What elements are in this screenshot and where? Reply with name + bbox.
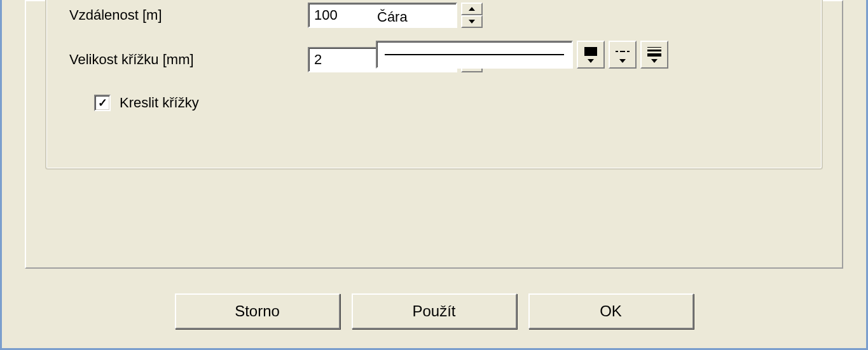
chevron-down-icon [469,20,475,24]
checkmark-icon: ✓ [98,97,107,109]
line-width-dropdown[interactable] [640,41,668,69]
cancel-button[interactable]: Storno [175,293,340,329]
line-color-dropdown[interactable] [577,41,605,69]
chevron-up-icon [469,7,475,11]
distance-label: Vzdálenost [m] [69,7,308,24]
distance-spin-buttons [461,3,483,28]
draw-crosses-checkbox[interactable]: ✓ [94,95,111,111]
line-preview[interactable] [376,41,573,69]
line-width-icon [647,47,661,57]
dialog-button-bar: Storno Použít OK [2,293,866,329]
apply-button-label: Použít [412,302,455,320]
ok-button[interactable]: OK [528,293,694,329]
chevron-down-icon [651,59,658,63]
settings-group: Vzdálenost [m] Čára Velikost křížku [mm] [45,0,823,170]
line-style-dropdown[interactable] [609,41,637,69]
draw-crosses-row: ✓ Kreslit křížky [94,95,199,111]
line-style-row [376,41,668,69]
draw-crosses-label: Kreslit křížky [120,95,199,111]
dialog-window: Vzdálenost [m] Čára Velikost křížku [mm] [0,0,868,350]
cancel-button-label: Storno [235,302,280,320]
distance-spin-up[interactable] [461,3,483,15]
color-swatch-icon [584,47,597,56]
chevron-down-icon [619,59,626,63]
distance-spin-down[interactable] [461,15,483,28]
line-label: Čára [377,9,408,25]
dash-style-icon [616,48,630,55]
apply-button[interactable]: Použít [352,293,517,329]
content-panel: Vzdálenost [m] Čára Velikost křížku [mm] [25,0,843,269]
cross-size-label: Velikost křížku [mm] [69,51,308,68]
distance-row: Vzdálenost [m] [69,3,483,28]
chevron-down-icon [588,59,594,63]
ok-button-label: OK [600,302,622,320]
line-sample-icon [385,54,564,55]
